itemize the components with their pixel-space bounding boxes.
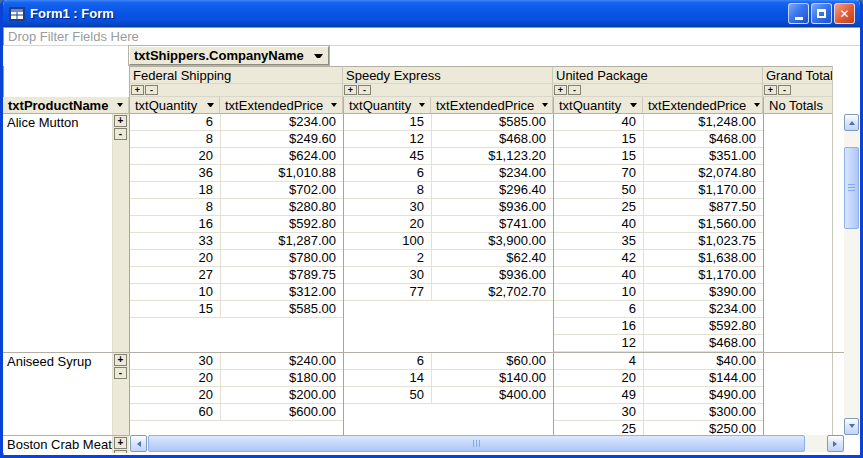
horizontal-scroll-track[interactable] — [147, 435, 827, 452]
row-header-product[interactable]: Aniseed Syrup — [3, 353, 112, 435]
cell-price[interactable]: $1,170.00 — [643, 267, 763, 284]
cell-price[interactable]: $300.00 — [643, 404, 763, 421]
field-header-quantity[interactable]: txtQuantity — [553, 97, 643, 114]
cell-qty[interactable]: 15 — [554, 148, 643, 165]
cell-price[interactable]: $234.00 — [643, 301, 763, 318]
cell-price[interactable]: $936.00 — [431, 267, 553, 284]
group-header-grand-total[interactable]: Grand Total — [763, 66, 833, 84]
cell-price[interactable]: $936.00 — [431, 199, 553, 216]
expand-plus-button[interactable]: + — [114, 437, 127, 449]
cell-price[interactable]: $585.00 — [431, 114, 553, 131]
cell-price[interactable]: $1,638.00 — [643, 250, 763, 267]
cell-qty[interactable]: 2 — [344, 250, 431, 267]
cell-price[interactable]: $468.00 — [643, 131, 763, 148]
collapse-minus-button[interactable]: - — [358, 85, 371, 95]
cell-price[interactable]: $1,010.88 — [220, 165, 343, 182]
expand-plus-button[interactable]: + — [764, 85, 777, 95]
cell-price[interactable]: $1,560.00 — [643, 216, 763, 233]
cell-qty[interactable]: 20 — [130, 148, 220, 165]
vertical-scrollbar[interactable] — [844, 114, 859, 435]
cell-price[interactable]: $62.40 — [431, 250, 553, 267]
field-header-price[interactable]: txtExtendedPrice — [431, 97, 553, 114]
filter-drop-zone[interactable]: Drop Filter Fields Here — [3, 27, 860, 46]
cell-qty[interactable]: 50 — [554, 182, 643, 199]
vertical-scroll-track[interactable] — [844, 131, 859, 418]
cell-qty[interactable]: 6 — [344, 165, 431, 182]
cell-price[interactable]: $1,287.00 — [220, 233, 343, 250]
cell-qty[interactable]: 16 — [554, 318, 643, 335]
cell-price[interactable]: $234.00 — [431, 165, 553, 182]
cell-qty[interactable]: 6 — [554, 301, 643, 318]
cell-price[interactable]: $312.00 — [220, 284, 343, 301]
cell-price[interactable]: $2,702.70 — [431, 284, 553, 301]
row-header-product[interactable]: Boston Crab Meat — [3, 436, 112, 453]
cell-qty[interactable]: 27 — [130, 267, 220, 284]
cell-qty[interactable]: 30 — [554, 404, 643, 421]
cell-qty[interactable]: 6 — [130, 114, 220, 131]
cell-price[interactable]: $144.00 — [643, 370, 763, 387]
collapse-minus-button[interactable]: - — [114, 450, 127, 453]
cell-qty[interactable]: 30 — [130, 353, 220, 370]
cell-price[interactable]: $40.00 — [643, 353, 763, 370]
cell-qty[interactable]: 14 — [344, 370, 431, 387]
cell-price[interactable]: $351.00 — [643, 148, 763, 165]
horizontal-scrollbar[interactable] — [130, 435, 844, 452]
cell-price[interactable]: $140.00 — [431, 370, 553, 387]
maximize-button[interactable] — [811, 3, 832, 24]
cell-price[interactable]: $1,123.20 — [431, 148, 553, 165]
cell-qty[interactable]: 8 — [130, 131, 220, 148]
cell-price[interactable]: $200.00 — [220, 387, 343, 404]
cell-qty[interactable]: 45 — [344, 148, 431, 165]
cell-qty[interactable]: 30 — [344, 267, 431, 284]
cell-qty[interactable]: 50 — [344, 387, 431, 404]
cell-price[interactable]: $296.40 — [431, 182, 553, 199]
scroll-down-button[interactable] — [844, 418, 859, 435]
column-field-button[interactable]: txtShippers.CompanyName — [129, 46, 329, 65]
cell-price[interactable]: $240.00 — [220, 353, 343, 370]
cell-qty[interactable]: 30 — [344, 199, 431, 216]
cell-qty[interactable]: 40 — [554, 114, 643, 131]
cell-qty[interactable]: 42 — [554, 250, 643, 267]
expand-plus-button[interactable]: + — [344, 85, 357, 95]
close-button[interactable]: ✕ — [834, 3, 855, 24]
scroll-right-button[interactable] — [827, 435, 844, 452]
cell-qty[interactable]: 20 — [130, 370, 220, 387]
field-header-price[interactable]: txtExtendedPrice — [220, 97, 343, 114]
cell-price[interactable]: $1,170.00 — [643, 182, 763, 199]
cell-price[interactable]: $60.00 — [431, 353, 553, 370]
group-header-united-package[interactable]: United Package — [553, 66, 763, 84]
cell-price[interactable]: $280.80 — [220, 199, 343, 216]
cell-qty[interactable]: 16 — [130, 216, 220, 233]
cell-price[interactable]: $600.00 — [220, 404, 343, 421]
cell-price[interactable]: $250.00 — [643, 421, 763, 435]
cell-price[interactable]: $780.00 — [220, 250, 343, 267]
cell-qty[interactable]: 8 — [344, 182, 431, 199]
cell-qty[interactable]: 35 — [554, 233, 643, 250]
cell-qty[interactable]: 18 — [130, 182, 220, 199]
cell-price[interactable]: $490.00 — [643, 387, 763, 404]
expand-plus-button[interactable]: + — [554, 85, 567, 95]
cell-qty[interactable]: 20 — [344, 216, 431, 233]
cell-qty[interactable]: 40 — [554, 267, 643, 284]
cell-qty[interactable]: 40 — [554, 216, 643, 233]
cell-price[interactable]: $468.00 — [431, 131, 553, 148]
cell-qty[interactable]: 100 — [344, 233, 431, 250]
cell-price[interactable]: $741.00 — [431, 216, 553, 233]
cell-price[interactable]: $180.00 — [220, 370, 343, 387]
cell-price[interactable]: $585.00 — [220, 301, 343, 318]
collapse-minus-button[interactable]: - — [114, 367, 127, 379]
cell-qty[interactable]: 6 — [344, 353, 431, 370]
field-header-price[interactable]: txtExtendedPrice — [643, 97, 763, 114]
collapse-minus-button[interactable]: - — [778, 85, 791, 95]
cell-price[interactable]: $2,074.80 — [643, 165, 763, 182]
cell-price[interactable]: $592.80 — [643, 318, 763, 335]
row-header-product[interactable]: Alice Mutton — [3, 114, 112, 352]
expand-plus-button[interactable]: + — [114, 115, 127, 127]
cell-qty[interactable]: 20 — [554, 370, 643, 387]
cell-qty[interactable]: 36 — [130, 165, 220, 182]
scroll-left-button[interactable] — [130, 435, 147, 452]
cell-qty[interactable]: 70 — [554, 165, 643, 182]
cell-price[interactable]: $877.50 — [643, 199, 763, 216]
row-field-button[interactable]: txtProductName — [3, 97, 129, 114]
cell-qty[interactable]: 33 — [130, 233, 220, 250]
